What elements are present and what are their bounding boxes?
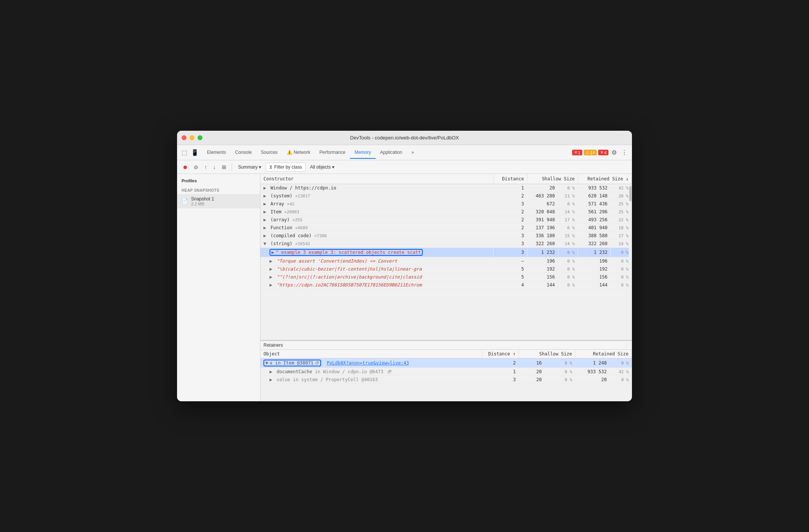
retainers-col-retained[interactable]: Retained Size [575, 350, 632, 358]
tab-application[interactable]: Application [376, 147, 407, 159]
summary-dropdown[interactable]: Summary ▾ [235, 163, 264, 171]
clear-btn[interactable]: ⊘ [191, 163, 201, 172]
expand-icon[interactable]: ▶ [263, 225, 266, 230]
tab-elements[interactable]: Elements [202, 147, 230, 159]
table-row[interactable]: ▶ "\b(calc|cubic-bezier|fit-content|hsl|… [260, 265, 632, 273]
cell-retained: 493 256 [578, 216, 611, 224]
col-retained-header[interactable]: Retained Size ↓ [578, 174, 632, 184]
table-row[interactable]: ▶ (array) ×255 2 391 948 17 % 493 256 22… [260, 216, 632, 224]
summary-label: Summary [238, 164, 257, 170]
filter-by-class-btn[interactable]: ⊻ Filter by class [266, 163, 305, 172]
tab-more[interactable]: » [407, 147, 419, 159]
cell-shallow: 672 [527, 200, 558, 208]
maximize-button[interactable] [198, 135, 202, 140]
collect-btn[interactable]: ⊞ [219, 163, 229, 172]
retainer-cell-retained: 1 248 [575, 358, 610, 368]
download-btn[interactable]: ↓ [211, 163, 218, 172]
sidebar: Profiles HEAP SNAPSHOTS 📄 Snapshot 1 2.2… [177, 174, 260, 401]
warning-badge[interactable]: ⚠ 14 [584, 150, 597, 155]
expand-icon[interactable]: ▶ [270, 258, 272, 264]
cell-shallow: 463 280 [527, 192, 558, 200]
table-row[interactable]: ▶ "Torque assert 'Convert(endIndex) <= C… [260, 257, 632, 265]
cell-constructor: ▶ "https://cdpn.io2AC766158D5B7507E17015… [260, 281, 493, 289]
main-toolbar: ⬚ 📱 Elements Console Sources ⚠️ Network … [177, 145, 632, 160]
table-row[interactable]: ▶ "https://cdpn.io2AC766158D5B7507E17015… [260, 281, 632, 289]
table-row[interactable]: ▶ (compiled code) ×7386 3 336 180 15 % 3… [260, 232, 632, 240]
tab-sources[interactable]: Sources [256, 147, 282, 159]
table-row[interactable]: ▶ "^(?!on|src|(?:action|archive|backgrou… [260, 273, 632, 281]
badge-area: ✕ 1 ⚠ 14 ✕ 4 ⚙ ⋮ [572, 147, 629, 158]
expand-icon[interactable]: ▶ [263, 217, 266, 222]
sub-toolbar: ⏺ ⊘ ↑ ↓ ⊞ Summary ▾ ⊻ Filter by class Al… [177, 160, 632, 174]
minimize-button[interactable] [190, 135, 194, 140]
expand-icon[interactable]: ▶ [263, 185, 266, 191]
cell-retained: 322 260 [578, 240, 611, 248]
retainers-row[interactable]: ▼ x in Item @38071 🗗 PoLdb0X?anon=true&v… [260, 358, 632, 368]
retainers-col-distance[interactable]: Distance ↑ [482, 350, 519, 358]
table-row[interactable]: ▶ Function ×4689 2 137 196 6 % 401 940 1… [260, 224, 632, 232]
table-row[interactable]: ▶ Item ×20003 2 320 048 14 % 561 296 25 … [260, 208, 632, 216]
tab-network[interactable]: ⚠️ Network [282, 147, 315, 159]
retainer-cell-distance: 1 [482, 368, 519, 376]
data-panel: Constructor Distance Shallow Size Retain… [260, 174, 632, 401]
retainers-col-object[interactable]: Object [260, 350, 482, 358]
cell-retained: 571 436 [578, 200, 611, 208]
retainer-link[interactable]: PoLdb0X?anon=true&view=live:43 [327, 360, 409, 366]
retained-sort-icon: ↓ [626, 176, 629, 182]
cell-retained: 196 [578, 257, 611, 265]
table-row[interactable]: ▶ Window / https://cdpn.io 1 20 0 % 933 … [260, 184, 632, 192]
retainers-row[interactable]: ▶ value in system / PropertyCell @40163 … [260, 376, 632, 384]
table-row[interactable]: ▼ (string) ×16542 3 322 260 14 % 322 260… [260, 240, 632, 248]
snapshot-item[interactable]: 📄 Snapshot 1 2.2 MB [177, 194, 260, 208]
retainer-cell-retained: 20 [575, 376, 610, 384]
expand-icon[interactable]: ▶ [263, 209, 266, 214]
col-distance-header[interactable]: Distance [493, 174, 527, 184]
record-btn[interactable]: ⏺ [180, 163, 190, 172]
cell-distance: 2 [493, 192, 527, 200]
expand-icon[interactable]: ▶ [270, 274, 272, 280]
retainer-cell-shallow-pct: 0 % [545, 376, 575, 384]
objects-dropdown[interactable]: All objects ▾ [307, 163, 338, 171]
cell-shallow: 320 048 [527, 208, 558, 216]
expand-icon[interactable]: ▶ [270, 266, 272, 272]
close-button[interactable] [182, 135, 187, 140]
upload-btn[interactable]: ↑ [202, 163, 209, 172]
cell-constructor: ▶ " example 3 example 3: scattered objec… [260, 248, 493, 257]
cell-shallow-pct: 14 % [558, 240, 578, 248]
cell-constructor: ▶ (system) ×13817 [260, 192, 493, 200]
expand-icon[interactable]: ▶ [270, 282, 272, 288]
col-constructor-header[interactable]: Constructor [260, 174, 493, 184]
objects-chevron-icon: ▾ [332, 164, 334, 170]
inspect-element-btn[interactable]: ⬚ [180, 147, 189, 158]
cell-shallow-pct: 0 % [558, 184, 578, 192]
heap-table: Constructor Distance Shallow Size Retain… [260, 174, 632, 289]
heap-table-container[interactable]: Constructor Distance Shallow Size Retain… [260, 174, 632, 341]
device-toolbar-btn[interactable]: 📱 [190, 147, 200, 158]
more-options-btn[interactable]: ⋮ [620, 147, 629, 158]
table-scrollbar[interactable] [629, 185, 632, 340]
cell-retained: 156 [578, 273, 611, 281]
expand-icon[interactable]: ▼ [263, 241, 266, 246]
retainers-table-body: ▼ x in Item @38071 🗗 PoLdb0X?anon=true&v… [260, 358, 632, 384]
cell-distance: 1 [493, 184, 527, 192]
retainer-cell-shallow-pct: 0 % [545, 358, 575, 368]
info-badge[interactable]: ✕ 4 [598, 150, 608, 155]
tab-memory[interactable]: Memory [350, 147, 375, 159]
cell-distance: 3 [493, 232, 527, 240]
error-badge[interactable]: ✕ 1 [572, 150, 582, 155]
retainers-row[interactable]: ▶ documentCache in Window / cdpn.io @647… [260, 368, 632, 376]
retainers-col-shallow[interactable]: Shallow Size [519, 350, 575, 358]
table-row[interactable]: ▶ " example 3 example 3: scattered objec… [260, 248, 632, 257]
expand-icon[interactable]: ▶ [263, 233, 266, 238]
tab-performance[interactable]: Performance [315, 147, 350, 159]
col-shallow-header[interactable]: Shallow Size [527, 174, 578, 184]
settings-btn[interactable]: ⚙ [610, 147, 618, 158]
table-row[interactable]: ▶ (system) ×13817 2 463 280 21 % 620 148… [260, 192, 632, 200]
expand-icon[interactable]: ▶ [263, 201, 266, 207]
table-header-row: Constructor Distance Shallow Size Retain… [260, 174, 632, 184]
expand-icon[interactable]: ▶ [271, 250, 274, 255]
retainer-cell-object: ▶ documentCache in Window / cdpn.io @647… [260, 368, 482, 376]
tab-console[interactable]: Console [230, 147, 256, 159]
table-row[interactable]: ▶ Array ×42 3 672 0 % 571 436 25 % [260, 200, 632, 208]
expand-icon[interactable]: ▶ [263, 193, 266, 199]
